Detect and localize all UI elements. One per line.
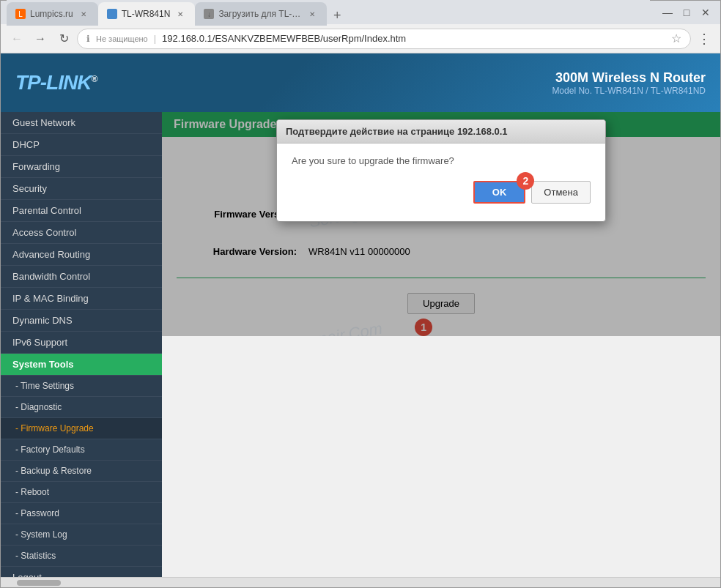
bottom-scrollbar[interactable] [1, 577, 720, 587]
dialog-overlay: Подтвердите действие на странице 192.168… [162, 112, 720, 336]
sidebar-label-access-control: Access Control [12, 227, 76, 238]
sidebar-label-dynamic-dns: Dynamic DNS [12, 315, 73, 326]
sidebar-item-advanced-routing[interactable]: Advanced Routing [1, 244, 162, 266]
address-bar: ← → ↻ ℹ Не защищено | 192.168.0.1/ESANKV… [1, 24, 720, 53]
forward-button[interactable]: → [30, 29, 51, 49]
tab-close-upload[interactable]: ✕ [306, 8, 318, 20]
dialog-cancel-button[interactable]: Отмена [531, 181, 591, 204]
tab-bar: L Lumpics.ru ✕ TL-WR841N ✕ ↓ Загрузить д… [7, 0, 650, 26]
sidebar-item-guest-network[interactable]: Guest Network [1, 112, 162, 134]
page-content: TP-LINK® 300M Wireless N Router Model No… [1, 53, 720, 587]
sidebar-label-advanced-routing: Advanced Routing [12, 249, 90, 260]
tab-label-tlwr841n: TL-WR841N [122, 9, 171, 19]
sidebar-label-backup-restore: - Backup & Restore [15, 466, 92, 476]
tab-favicon-upload: ↓ [204, 9, 214, 19]
browser-frame: L Lumpics.ru ✕ TL-WR841N ✕ ↓ Загрузить д… [0, 0, 721, 588]
address-text: 192.168.0.1/ESANKVZBEMEWFBEB/userRpm/Ind… [162, 33, 665, 44]
minimize-button[interactable]: — [659, 4, 676, 21]
sidebar-item-logout[interactable]: Logout [1, 567, 162, 577]
sidebar-item-parental-control[interactable]: Parental Control [1, 200, 162, 222]
content-area: Firmware Upgrade File: Выберите файл wr8… [162, 112, 720, 336]
window-close-button[interactable]: ✕ [697, 4, 714, 21]
sidebar-item-dynamic-dns[interactable]: Dynamic DNS [1, 310, 162, 332]
sidebar-label-system-log: - System Log [15, 529, 67, 540]
tab-favicon-lumpics: L [15, 9, 26, 19]
tab-close-tlwr841n[interactable]: ✕ [174, 8, 186, 20]
dialog-titlebar: Подтвердите действие на странице 192.168… [277, 120, 605, 144]
sidebar-item-security[interactable]: Security [1, 178, 162, 200]
tab-upload[interactable]: ↓ Загрузить для TL-WR84... ✕ [195, 2, 327, 26]
content-wrapper: Firmware Upgrade File: Выберите файл wr8… [162, 112, 720, 577]
sidebar-item-statistics[interactable]: - Statistics [1, 546, 162, 567]
dialog-body: Are you sure to upgrade the firmware? OK… [277, 144, 605, 221]
router-model-sub: Model No. TL-WR841N / TL-WR841ND [552, 86, 706, 96]
dialog-buttons: OK 2 Отмена [292, 181, 591, 209]
sidebar-item-backup-restore[interactable]: - Backup & Restore [1, 461, 162, 482]
refresh-button[interactable]: ↻ [53, 29, 74, 49]
sidebar-label-time-settings: - Time Settings [15, 381, 74, 391]
back-button[interactable]: ← [7, 29, 27, 49]
address-input-wrap[interactable]: ℹ Не защищено | 192.168.0.1/ESANKVZBEMEW… [77, 29, 691, 49]
tab-label-upload: Загрузить для TL-WR84... [218, 9, 302, 19]
sidebar-item-dhcp[interactable]: DHCP [1, 134, 162, 156]
sidebar-label-reboot: - Reboot [15, 487, 49, 497]
ok-btn-wrapper: OK 2 [473, 181, 526, 204]
sidebar-item-system-tools[interactable]: System Tools [1, 354, 162, 376]
sidebar-label-ipv6-support: IPv6 Support [12, 337, 67, 348]
sidebar-item-system-log[interactable]: - System Log [1, 524, 162, 546]
sidebar-item-bandwidth-control[interactable]: Bandwidth Control [1, 266, 162, 288]
dialog-title: Подтвердите действие на странице 192.168… [286, 126, 508, 137]
security-icon: ℹ [86, 34, 90, 44]
tab-lumpics[interactable]: L Lumpics.ru ✕ [7, 2, 98, 26]
sidebar-item-diagnostic[interactable]: - Diagnostic [1, 397, 162, 418]
maximize-button[interactable]: □ [678, 4, 695, 21]
dialog-message: Are you sure to upgrade the firmware? [292, 155, 591, 166]
tab-tlwr841n[interactable]: TL-WR841N ✕ [98, 2, 196, 26]
tab-close-lumpics[interactable]: ✕ [78, 8, 89, 20]
sidebar-label-password: - Password [15, 508, 59, 518]
tab-label-lumpics: Lumpics.ru [30, 9, 73, 19]
sidebar-label-logout: Logout [12, 572, 42, 577]
sidebar-item-ip-mac-binding[interactable]: IP & MAC Binding [1, 288, 162, 310]
sidebar-label-dhcp: DHCP [12, 139, 40, 150]
new-tab-button[interactable]: + [327, 5, 347, 26]
sidebar-label-statistics: - Statistics [15, 551, 56, 561]
sidebar-item-forwarding[interactable]: Forwarding [1, 156, 162, 178]
sidebar-item-factory-defaults[interactable]: - Factory Defaults [1, 439, 162, 461]
logo-registered: ® [91, 74, 97, 84]
separator: | [154, 33, 156, 44]
tab-favicon-tlwr841n [107, 9, 117, 19]
logo-text: TP-LINK [15, 71, 91, 94]
sidebar-label-bandwidth-control: Bandwidth Control [12, 271, 90, 282]
sidebar-item-reboot[interactable]: - Reboot [1, 482, 162, 503]
sidebar-label-system-tools: System Tools [12, 359, 74, 370]
window-controls: — □ ✕ [659, 4, 714, 21]
sidebar-label-security: Security [12, 183, 47, 194]
sidebar-label-factory-defaults: - Factory Defaults [15, 444, 85, 455]
titlebar: L Lumpics.ru ✕ TL-WR841N ✕ ↓ Загрузить д… [1, 1, 720, 24]
sidebar-label-guest-network: Guest Network [12, 117, 75, 128]
router-header: TP-LINK® 300M Wireless N Router Model No… [1, 53, 720, 112]
router-model-title: 300M Wireless N Router [552, 70, 706, 86]
tp-link-logo: TP-LINK® [15, 71, 97, 94]
sidebar-label-firmware-upgrade: - Firmware Upgrade [15, 423, 94, 433]
scrollbar-thumb[interactable] [17, 580, 61, 586]
router-info: 300M Wireless N Router Model No. TL-WR84… [552, 70, 706, 96]
sidebar-label-diagnostic: - Diagnostic [15, 402, 62, 412]
main-layout: Guest Network DHCP Forwarding Security P… [1, 112, 720, 577]
confirm-dialog: Подтвердите действие на странице 192.168… [276, 119, 606, 222]
security-indicator: Не защищено [96, 34, 148, 43]
sidebar-item-ipv6-support[interactable]: IPv6 Support [1, 332, 162, 354]
sidebar-label-ip-mac-binding: IP & MAC Binding [12, 293, 89, 304]
browser-menu-button[interactable]: ⋮ [694, 29, 714, 49]
sidebar-item-password[interactable]: - Password [1, 503, 162, 524]
bookmark-icon[interactable]: ☆ [671, 31, 681, 45]
sidebar-item-time-settings[interactable]: - Time Settings [1, 376, 162, 397]
sidebar-label-parental-control: Parental Control [12, 205, 81, 216]
sidebar-item-firmware-upgrade[interactable]: - Firmware Upgrade [1, 418, 162, 439]
sidebar-item-access-control[interactable]: Access Control [1, 222, 162, 244]
sidebar-label-forwarding: Forwarding [12, 161, 60, 172]
sidebar: Guest Network DHCP Forwarding Security P… [1, 112, 162, 577]
